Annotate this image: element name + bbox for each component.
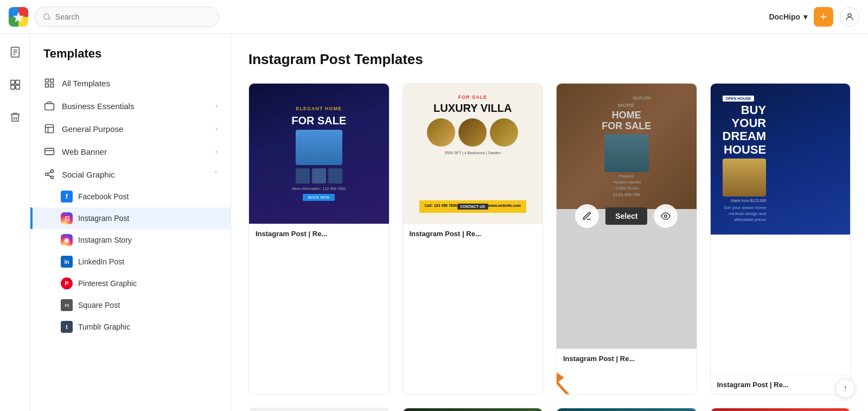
general-purpose-icon — [43, 123, 55, 135]
template-overlay-3[interactable]: Select — [557, 84, 697, 349]
svg-point-25 — [51, 176, 54, 179]
instagram-post-label: Instagram Post — [78, 214, 129, 223]
template-card-2[interactable]: FOR SALE LUXURY VILLA 5500 SFT | 4 Bedro… — [403, 83, 544, 395]
svg-rect-8 — [10, 80, 14, 84]
sidebar-item-instagram-story[interactable]: ◉ Instagram Story — [30, 229, 231, 251]
tumblr-graphic-label: Tumblr Graphic — [78, 323, 130, 331]
main-layout: Templates All Templates Business Essenti… — [0, 34, 868, 411]
facebook-post-label: Facebook Post — [78, 192, 129, 201]
user-icon — [845, 12, 854, 22]
sidebar-icon-document[interactable] — [5, 42, 25, 62]
new-document-button[interactable]: + — [814, 7, 833, 27]
web-banner-icon — [43, 146, 55, 157]
brand-name: DocHipo — [769, 12, 800, 21]
svg-rect-10 — [10, 85, 14, 89]
tumblr-icon: t — [61, 321, 73, 333]
svg-rect-11 — [15, 85, 19, 89]
web-banner-label: Web Banner — [62, 147, 209, 156]
template-card-3[interactable]: $125,000 More HomeFor Sale Features • Mo… — [556, 83, 697, 395]
sidebar-item-instagram-post[interactable]: ⊡ Instagram Post — [30, 207, 231, 229]
svg-marker-0 — [13, 12, 24, 22]
square-post-label: Square Post — [78, 301, 120, 309]
template-card-7[interactable]: ⚙ logo $155,000 MODERNHOMEFOR SALE • 3 B… — [556, 408, 697, 411]
instagram-story-label: Instagram Story — [78, 236, 132, 244]
main-content: Instagram Post Templates ELEGANT HOME FO… — [231, 34, 868, 411]
sidebar-item-linkedin-post[interactable]: in LinkedIn Post — [30, 251, 231, 273]
svg-rect-9 — [15, 80, 19, 84]
sidebar-title: Templates — [30, 47, 231, 72]
svg-rect-18 — [46, 125, 54, 133]
svg-line-27 — [48, 172, 51, 173]
social-graphic-arrow: ˅ — [214, 170, 218, 178]
template-label-3: Instagram Post | Re... — [557, 349, 697, 368]
general-purpose-arrow: › — [215, 125, 218, 132]
template-preview-2: FOR SALE LUXURY VILLA 5500 SFT | 4 Bedro… — [403, 84, 543, 224]
sidebar-item-square-post[interactable]: ▭ Square Post — [30, 294, 231, 316]
customize-button-3[interactable] — [575, 204, 599, 228]
scroll-up-button[interactable]: ↑ — [835, 378, 855, 398]
sidebar-item-web-banner[interactable]: Web Banner › — [30, 140, 231, 163]
preview-button-3[interactable] — [654, 204, 678, 228]
svg-rect-16 — [45, 104, 54, 110]
business-essentials-label: Business Essentials — [62, 102, 209, 111]
chevron-down-icon: ▾ — [803, 12, 807, 21]
sidebar-item-tumblr-graphic[interactable]: t Tumblr Graphic — [30, 316, 231, 338]
template-preview-1: ELEGANT HOME FOR SALE More information: … — [249, 84, 389, 224]
sidebar-icon-template[interactable] — [5, 75, 25, 94]
template-label-2: Instagram Post | Re... — [403, 224, 543, 243]
template-card-6[interactable]: ELEGANT HOMEFOR SALE • 3 Bed Rooms • Mod… — [403, 408, 544, 411]
all-templates-label: All Templates — [62, 79, 218, 88]
icon-sidebar — [0, 34, 30, 411]
sidebar-item-pinterest-graphic[interactable]: P Pinterest Graphic — [30, 273, 231, 294]
sidebar-item-all-templates[interactable]: All Templates — [30, 72, 231, 94]
svg-rect-14 — [46, 84, 49, 87]
svg-point-3 — [848, 14, 851, 17]
page-title: Instagram Post Templates — [248, 51, 851, 68]
select-button-3[interactable]: Select — [605, 207, 647, 225]
web-banner-arrow: › — [215, 148, 218, 155]
app-logo[interactable] — [9, 7, 28, 27]
template-card-1[interactable]: ELEGANT HOME FOR SALE More information: … — [248, 83, 390, 395]
template-preview-7: ⚙ logo $155,000 MODERNHOMEFOR SALE • 3 B… — [557, 408, 697, 411]
svg-point-28 — [665, 215, 667, 218]
template-card-8[interactable]: FIND YOURDREAM HOME Price starts at: $2,… — [710, 408, 851, 411]
social-graphic-icon — [43, 168, 55, 180]
sidebar-icon-trash[interactable] — [5, 108, 25, 127]
user-account-button[interactable] — [840, 7, 859, 27]
svg-point-1 — [44, 14, 49, 19]
template-label-4: Instagram Post | Re... — [711, 375, 851, 394]
sidebar-item-facebook-post[interactable]: f Facebook Post — [30, 186, 231, 207]
topbar: DocHipo ▾ + — [0, 0, 868, 34]
social-graphic-label: Social Graphic — [62, 170, 208, 179]
search-icon — [43, 12, 51, 21]
template-preview-8: FIND YOURDREAM HOME Price starts at: $2,… — [711, 408, 851, 411]
template-preview-6: ELEGANT HOMEFOR SALE • 3 Bed Rooms • Mod… — [403, 408, 543, 411]
instagram-story-icon: ◉ — [61, 234, 73, 246]
template-card-5[interactable]: ⚙ logo • 3 Bed Rooms• Modern Kitchen• 1 … — [248, 408, 390, 411]
pinterest-icon: P — [61, 277, 73, 289]
svg-rect-13 — [50, 79, 54, 83]
search-bar[interactable] — [35, 7, 219, 27]
template-card-4[interactable]: OPEN HOUSE BUYYOURDREAMHOUSE Starts from… — [710, 83, 851, 395]
svg-rect-12 — [46, 79, 49, 83]
svg-point-24 — [46, 173, 48, 176]
active-indicator — [30, 207, 33, 229]
template-grid: ELEGANT HOME FOR SALE More information: … — [248, 83, 851, 411]
square-post-icon: ▭ — [61, 299, 73, 311]
svg-rect-15 — [50, 84, 54, 87]
business-essentials-arrow: › — [215, 102, 218, 110]
linkedin-icon: in — [61, 256, 73, 268]
sidebar-item-business-essentials[interactable]: Business Essentials › — [30, 94, 231, 117]
general-purpose-label: General Purpose — [62, 124, 209, 134]
brand-dropdown[interactable]: DocHipo ▾ — [769, 12, 807, 21]
svg-line-2 — [48, 18, 50, 20]
instagram-icon: ⊡ — [61, 212, 73, 224]
svg-rect-21 — [45, 148, 54, 155]
nav-sidebar: Templates All Templates Business Essenti… — [30, 34, 231, 411]
svg-line-26 — [48, 175, 51, 176]
business-essentials-icon — [43, 100, 55, 112]
sidebar-item-social-graphic[interactable]: Social Graphic ˅ — [30, 163, 231, 186]
search-input[interactable] — [55, 12, 211, 21]
sidebar-item-general-purpose[interactable]: General Purpose › — [30, 117, 231, 140]
template-label-1: Instagram Post | Re... — [249, 224, 389, 243]
